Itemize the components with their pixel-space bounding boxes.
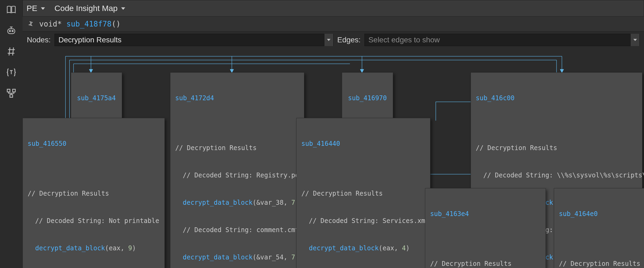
caret-down-icon — [121, 4, 126, 13]
top-bar: PE Code Insight Map — [23, 0, 644, 17]
sig-func-name[interactable]: sub_418f78 — [66, 20, 112, 28]
nodes-dropdown-button[interactable] — [324, 34, 333, 46]
svg-rect-4 — [13, 89, 15, 92]
pe-dropdown[interactable]: PE — [27, 4, 45, 13]
code-line: // Decryption Results — [559, 259, 644, 268]
pe-label: PE — [27, 4, 37, 13]
edges-dropdown-button[interactable] — [630, 34, 639, 46]
edges-filter-label: Edges: — [337, 36, 361, 44]
node-title: sub_416970 — [348, 94, 387, 103]
node-title: sub_4175a4 — [77, 94, 116, 103]
graph-icon[interactable] — [5, 87, 17, 99]
caret-down-icon — [41, 4, 45, 13]
code-line: decrypt_data_block(eax, 9) — [28, 244, 160, 253]
node-sub_416440[interactable]: sub_416440 // Decryption Results // Deco… — [296, 118, 430, 268]
edges-input[interactable] — [365, 36, 630, 44]
svg-rect-3 — [7, 89, 10, 92]
left-icon-rail — [0, 0, 23, 268]
node-sub_416550[interactable]: sub_416550 // Decryption Results // Deco… — [23, 118, 165, 268]
code-line: // Decryption Results — [28, 189, 160, 198]
code-line: // Decoded String: Services.xml — [301, 216, 425, 225]
sig-return-type: void* — [39, 20, 62, 28]
view-dropdown[interactable]: Code Insight Map — [54, 4, 126, 13]
types-icon[interactable] — [5, 66, 17, 78]
book-icon[interactable] — [5, 4, 17, 16]
node-title: sub_4172d4 — [175, 94, 299, 103]
svg-point-1 — [9, 30, 11, 32]
edges-combo[interactable] — [364, 34, 640, 46]
code-line: // Decryption Results — [430, 259, 541, 268]
nodes-input[interactable] — [55, 36, 324, 44]
view-label: Code Insight Map — [54, 4, 118, 13]
hash-icon[interactable] — [5, 46, 17, 57]
code-line: // Decryption Results — [175, 143, 299, 152]
svg-rect-0 — [8, 29, 15, 34]
node-sub_4172d4[interactable]: sub_4172d4 // Decryption Results // Deco… — [170, 72, 304, 268]
svg-rect-5 — [10, 95, 13, 97]
code-line: // Decryption Results — [301, 189, 425, 198]
code-line: decrypt_data_block(&var_54, 7) — [175, 253, 299, 262]
code-line: // Decoded String: \\%s\sysvol\%s\script… — [476, 171, 637, 180]
node-title: sub_416440 — [301, 139, 425, 148]
code-line: // Decryption Results — [476, 143, 637, 152]
graph-canvas[interactable]: sub_4175a4 sub_416970 sub_4172d4 // Decr… — [23, 48, 644, 268]
filter-bar: Nodes: Edges: — [23, 32, 644, 48]
pin-icon[interactable] — [27, 21, 34, 28]
node-sub_4175a4[interactable]: sub_4175a4 — [71, 72, 122, 125]
node-sub_4164e0[interactable]: sub_4164e0 // Decryption Results // Deco… — [554, 188, 644, 268]
node-title: sub_416c00 — [476, 94, 637, 103]
node-title: sub_416550 — [28, 139, 160, 148]
code-line: // Decoded String: Registry.pol — [175, 171, 299, 180]
node-title: sub_4163e4 — [430, 209, 541, 218]
node-title: sub_4164e0 — [559, 209, 644, 218]
node-sub_416970[interactable]: sub_416970 — [342, 72, 393, 125]
robot-icon[interactable] — [5, 25, 17, 36]
code-line: // Decoded String: Not printable — [28, 216, 160, 225]
signature-bar: void* sub_418f78() — [23, 17, 644, 32]
nodes-filter-label: Nodes: — [27, 36, 51, 44]
sig-parens: () — [112, 20, 121, 28]
code-line: decrypt_data_block(eax, 4) — [301, 244, 425, 253]
svg-point-2 — [12, 30, 13, 32]
node-sub_4163e4[interactable]: sub_4163e4 // Decryption Results // Deco… — [425, 188, 546, 268]
nodes-combo[interactable] — [54, 34, 334, 46]
code-line: // Decoded String: comment.cmtx — [175, 225, 299, 234]
code-line: decrypt_data_block(&var_38, 7) — [175, 198, 299, 207]
